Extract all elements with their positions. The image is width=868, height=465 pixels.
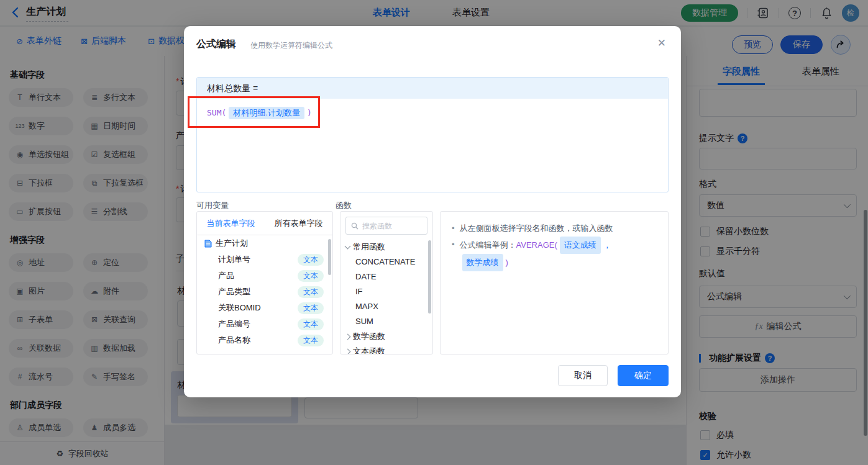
cancel-button[interactable]: 取消 (558, 365, 608, 386)
field-type-tag: 文本 (298, 335, 324, 346)
help-text: 公式编辑举例： (460, 240, 516, 250)
tab-all-form-fields[interactable]: 所有表单字段 (265, 218, 332, 229)
group-label: 常用函数 (353, 240, 385, 255)
formula-expression-editor[interactable]: SUM(材料明细.计划数量) (197, 99, 668, 127)
function-search (345, 217, 427, 235)
modal-subtitle: 使用数学运算符编辑公式 (250, 40, 332, 51)
tree-root-label: 生产计划 (216, 238, 248, 249)
group-label: 文本函数 (353, 344, 385, 354)
tab-current-form-fields[interactable]: 当前表单字段 (197, 218, 265, 229)
tree-field-item[interactable]: 计划单号文本 (197, 251, 332, 268)
field-name: 产品 (218, 270, 234, 281)
formula-function-open: SUM( (207, 108, 226, 117)
formula-target-field: 材料总数量 = (197, 78, 668, 99)
variables-label: 可用变量 (196, 200, 229, 211)
functions-scrollbar-thumb[interactable] (428, 240, 431, 314)
field-name: 产品类型 (218, 286, 250, 297)
function-item[interactable]: IF (340, 284, 432, 299)
field-type-tag: 文本 (298, 254, 324, 266)
example-function-open: AVERAGE( (516, 240, 557, 250)
close-icon[interactable]: ✕ (657, 37, 666, 50)
tree-field-item[interactable]: 产品编号文本 (197, 316, 332, 332)
field-name: 产品名称 (218, 335, 250, 346)
function-item[interactable]: DATE (340, 269, 432, 284)
formula-editor-box: 材料总数量 = SUM(材料明细.计划数量) (196, 77, 669, 192)
function-group-common[interactable]: 常用函数 (340, 240, 432, 255)
bullet-icon: • (452, 220, 455, 237)
form-designer-app: 生产计划 表单设计 表单设置 数据管理 ? 检 ⊘ 表单外链 ⊠ 后端脚本 (0, 0, 868, 465)
field-name: 关联BOMID (218, 302, 261, 314)
function-group-math[interactable]: 数学函数 (340, 329, 432, 344)
help-example: 公式编辑举例：AVERAGE(语文成绩，数学成绩) (460, 237, 657, 271)
example-function-close: ) (506, 258, 508, 267)
modal-title: 公式编辑 (196, 38, 236, 51)
help-line-2: • 公式编辑举例：AVERAGE(语文成绩，数学成绩) (452, 237, 657, 271)
field-name: 计划单号 (218, 254, 250, 265)
group-label: 数学函数 (353, 329, 385, 344)
tree-field-item[interactable]: 产品类型文本 (197, 284, 332, 300)
functions-label: 函数 (336, 200, 352, 211)
field-type-tag: 文本 (298, 318, 324, 330)
formula-help-panel: • 从左侧面板选择字段名和函数，或输入函数 • 公式编辑举例：AVERAGE(语… (440, 211, 669, 354)
tree-field-item[interactable]: 产品文本 (197, 268, 332, 284)
field-type-tag: 文本 (298, 286, 324, 298)
variables-scrollbar-thumb[interactable] (328, 239, 331, 275)
example-comma: ， (603, 240, 611, 250)
example-field-chip: 数学成绩 (462, 254, 503, 271)
function-item[interactable]: SUM (340, 314, 432, 329)
field-type-tag: 文本 (298, 302, 324, 314)
tree-field-item[interactable]: 关联BOMID文本 (197, 300, 332, 316)
function-group-text[interactable]: 文本函数 (340, 344, 432, 354)
field-type-tag: 文本 (298, 270, 324, 282)
formula-editor-modal: 公式编辑 使用数学运算符编辑公式 ✕ 材料总数量 = SUM(材料明细.计划数量… (184, 26, 681, 397)
tree-root-form[interactable]: 生产计划 (197, 235, 332, 251)
variables-panel: 当前表单字段 所有表单字段 生产计划 计划单号文本 产品文本 产品类型文本 关联… (196, 211, 333, 354)
formula-field-chip[interactable]: 材料明细.计划数量 (229, 107, 304, 119)
chevron-expanded-icon (345, 243, 351, 250)
search-icon (351, 222, 359, 230)
help-text: 从左侧面板选择字段名和函数，或输入函数 (460, 220, 613, 237)
formula-function-close: ) (307, 108, 312, 117)
functions-panel: 常用函数 CONCATENATE DATE IF MAPX SUM 数学函数 文… (340, 211, 433, 354)
variables-tabs: 当前表单字段 所有表单字段 (197, 212, 332, 235)
confirm-button[interactable]: 确定 (618, 365, 669, 386)
tree-field-item[interactable]: 产品名称文本 (197, 332, 332, 348)
document-icon (204, 240, 212, 248)
field-name: 产品编号 (218, 318, 250, 330)
function-search-input[interactable] (362, 222, 418, 230)
chevron-collapsed-icon (345, 333, 351, 340)
example-field-chip: 语文成绩 (560, 237, 601, 254)
chevron-collapsed-icon (345, 348, 351, 354)
bullet-icon: • (452, 237, 455, 253)
help-line-1: • 从左侧面板选择字段名和函数，或输入函数 (452, 220, 657, 237)
function-item[interactable]: MAPX (340, 299, 432, 314)
function-item[interactable]: CONCATENATE (340, 255, 432, 269)
